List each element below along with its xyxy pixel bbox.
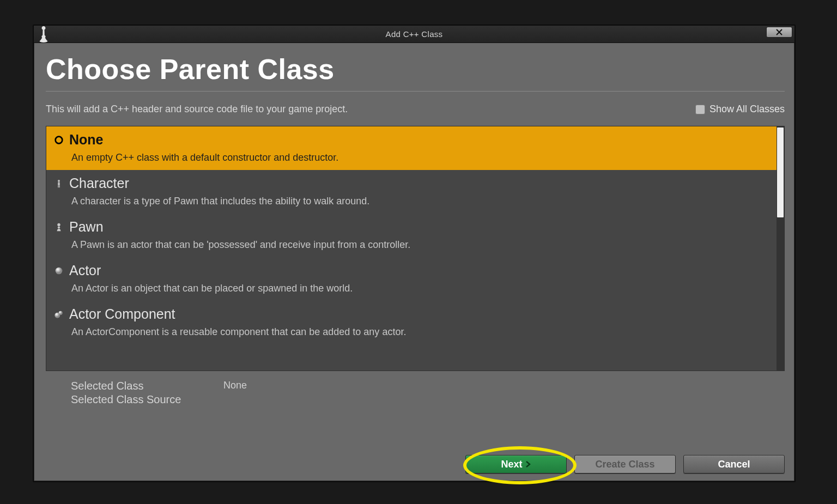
dialog-footer: Next Create Class Cancel: [46, 448, 785, 473]
page-subtitle: This will add a C++ header and source co…: [46, 104, 348, 115]
create-class-button: Create Class: [574, 455, 676, 473]
class-option-desc: An Actor is an object that can be placed…: [54, 283, 768, 294]
character-icon: [54, 179, 64, 189]
show-all-classes-label: Show All Classes: [709, 104, 785, 115]
divider: [46, 91, 785, 92]
chevron-right-icon: [525, 459, 531, 470]
selected-class-source-label: Selected Class Source: [71, 393, 202, 406]
svg-point-9: [59, 311, 63, 314]
selected-class-label: Selected Class: [71, 380, 202, 392]
checkbox-icon: [695, 105, 705, 114]
actor-icon: [54, 266, 64, 276]
svg-point-7: [56, 267, 63, 274]
close-icon: [776, 28, 783, 37]
none-icon: [54, 135, 64, 145]
selected-info: Selected Class None Selected Class Sourc…: [46, 371, 785, 410]
class-option-none[interactable]: None An empty C++ class with a default c…: [46, 126, 777, 170]
class-option-actor-component[interactable]: Actor Component An ActorComponent is a r…: [46, 301, 777, 344]
titlebar: Add C++ Class: [34, 26, 794, 43]
window-title: Add C++ Class: [34, 29, 794, 39]
class-option-name: Actor Component: [69, 306, 175, 322]
add-class-dialog: Add C++ Class Choose Parent Class This w…: [33, 25, 796, 482]
close-button[interactable]: [766, 27, 792, 38]
next-button-label: Next: [501, 459, 522, 470]
parent-class-list: None An empty C++ class with a default c…: [46, 126, 785, 371]
scrollbar-thumb[interactable]: [777, 127, 784, 217]
scrollbar[interactable]: [777, 126, 784, 371]
svg-point-0: [56, 136, 63, 143]
class-option-pawn[interactable]: Pawn A Pawn is an actor that can be 'pos…: [46, 214, 777, 257]
class-option-actor[interactable]: Actor An Actor is an object that can be …: [46, 257, 777, 301]
pawn-icon: [54, 222, 64, 232]
next-button[interactable]: Next: [465, 455, 567, 473]
class-option-desc: An empty C++ class with a default constr…: [54, 152, 768, 163]
class-option-name: Character: [69, 175, 129, 191]
class-option-name: None: [69, 132, 104, 148]
svg-point-1: [58, 180, 60, 182]
page-title: Choose Parent Class: [46, 53, 785, 86]
class-option-character[interactable]: Character A character is a type of Pawn …: [46, 170, 777, 214]
svg-rect-3: [58, 185, 58, 187]
dialog-content: Choose Parent Class This will add a C++ …: [34, 43, 794, 481]
create-class-button-label: Create Class: [595, 459, 654, 470]
cancel-button-label: Cancel: [718, 459, 750, 470]
actor-component-icon: [54, 309, 64, 319]
svg-point-5: [57, 223, 60, 226]
svg-point-6: [58, 226, 60, 228]
svg-rect-2: [58, 182, 60, 185]
svg-rect-4: [59, 185, 59, 187]
class-option-desc: A Pawn is an actor that can be 'possesse…: [54, 239, 768, 251]
unreal-logo-icon: [34, 26, 53, 43]
selected-class-value: None: [223, 380, 247, 392]
class-option-name: Actor: [69, 263, 101, 278]
class-option-desc: An ActorComponent is a reusable componen…: [54, 326, 768, 338]
class-option-name: Pawn: [69, 219, 104, 235]
cancel-button[interactable]: Cancel: [683, 455, 785, 473]
show-all-classes-checkbox[interactable]: Show All Classes: [695, 104, 785, 115]
class-option-desc: A character is a type of Pawn that inclu…: [54, 196, 768, 207]
